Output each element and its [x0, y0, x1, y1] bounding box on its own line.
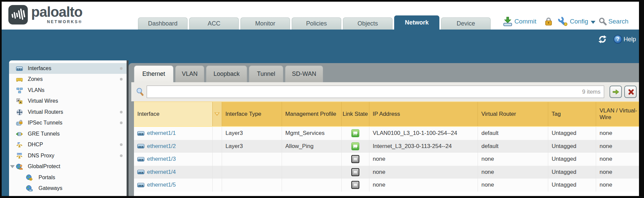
sidebar-item-label: GlobalProtect [28, 163, 60, 169]
cell-vlan-wire: none [596, 140, 639, 153]
cell-virtual-router: none [478, 153, 548, 166]
subtab-vlan[interactable]: VLAN [175, 65, 204, 82]
top-header: paloalto NETWORKS® Dashboard ACC Monitor… [0, 0, 644, 30]
clear-filter-button[interactable] [624, 86, 637, 98]
config-dropdown-caret[interactable] [591, 21, 595, 24]
header-actions: Commit Config [502, 15, 631, 28]
subtab-tunnel[interactable]: Tunnel [249, 65, 283, 82]
svg-text:DNS: DNS [17, 153, 22, 155]
search-button[interactable]: Search [608, 18, 628, 25]
interface-link[interactable]: ethernet1/5 [147, 182, 176, 188]
table-row: ethernet1/3 none none Untagged none [134, 153, 639, 166]
cell-tag: Untagged [548, 166, 596, 179]
link-state-up-icon [351, 129, 359, 137]
interface-subtabs: Ethernet VLAN Loopback Tunnel SD-WAN [134, 65, 323, 82]
sidebar-item-label: DNS Proxy [28, 153, 54, 159]
cell-tag: Untagged [548, 153, 596, 166]
cell-vlan-wire: none [596, 153, 639, 166]
help-link[interactable]: Help [624, 36, 636, 43]
item-options-dot[interactable] [120, 78, 123, 81]
table-row: ethernet1/5 none none Untagged none [134, 179, 639, 192]
column-sort-dropdown[interactable] [213, 102, 222, 126]
interface-link[interactable]: ethernet1/4 [147, 169, 176, 176]
link-state-down-icon [351, 168, 359, 176]
interface-link[interactable]: ethernet1/3 [147, 156, 176, 162]
subtab-sdwan[interactable]: SD-WAN [285, 65, 323, 82]
ethernet-port-icon [137, 157, 144, 161]
svg-text:IP: IP [17, 142, 20, 145]
column-header-ip-address[interactable]: IP Address [369, 102, 478, 126]
cell-interface-type: Layer3 [222, 127, 282, 140]
item-options-dot[interactable] [120, 67, 123, 70]
cell-virtual-router: none [478, 179, 548, 192]
brand-name: paloalto [31, 5, 82, 19]
interface-link[interactable]: ethernet1/1 [147, 130, 176, 137]
interfaces-icon [16, 66, 23, 71]
cell-interface-type [222, 166, 282, 179]
sidebar-item-gre-tunnels[interactable]: GRE Tunnels [9, 129, 127, 139]
network-sidebar: Interfaces Zones [9, 60, 129, 196]
main-nav-tabs: Dashboard ACC Monitor Policies Objects N… [138, 15, 491, 30]
filter-input[interactable]: 9 items [147, 86, 604, 98]
column-header-link-state[interactable]: Link State [342, 102, 369, 126]
cell-ip-address: none [369, 179, 478, 192]
screenshot-border [0, 0, 644, 2]
cell-ip-address: none [369, 153, 478, 166]
sidebar-item-ipsec-tunnels[interactable]: IPSec Tunnels [9, 117, 127, 128]
sidebar-item-globalprotect[interactable]: GlobalProtect [9, 161, 127, 172]
tab-acc[interactable]: ACC [189, 17, 239, 30]
sidebar-item-dhcp[interactable]: IP DHCP [9, 139, 127, 150]
tab-dashboard[interactable]: Dashboard [138, 17, 188, 30]
refresh-icon[interactable] [597, 35, 607, 44]
sidebar-item-virtual-wires[interactable]: Virtual Wires [9, 96, 127, 106]
expander-triangle-icon[interactable] [10, 165, 15, 168]
tab-objects[interactable]: Objects [343, 17, 392, 30]
subtab-loopback[interactable]: Loopback [206, 65, 247, 82]
sidebar-item-zones[interactable]: Zones [9, 74, 127, 85]
sidebar-item-gateways[interactable]: Gateways [9, 183, 127, 194]
search-icon[interactable] [599, 17, 607, 26]
tab-policies[interactable]: Policies [292, 17, 341, 30]
subtab-ethernet[interactable]: Ethernet [134, 65, 173, 82]
help-icon[interactable]: ? [614, 35, 622, 44]
column-header-interface[interactable]: Interface [134, 102, 213, 126]
cell-interface-type [222, 153, 282, 166]
lock-icon[interactable] [544, 17, 553, 26]
screenshot-border [639, 0, 644, 198]
column-header-management-profile[interactable]: Management Profile [282, 102, 342, 126]
item-options-dot[interactable] [120, 143, 123, 146]
column-header-vlan-wire[interactable]: VLAN / Virtual-Wire [596, 102, 639, 126]
item-options-dot[interactable] [120, 121, 123, 124]
tab-monitor[interactable]: Monitor [240, 17, 290, 30]
sidebar-item-label: GRE Tunnels [28, 131, 60, 137]
sidebar-item-virtual-routers[interactable]: Virtual Routers [9, 107, 127, 117]
item-options-dot[interactable] [120, 154, 123, 157]
item-options-dot[interactable] [120, 111, 123, 113]
apply-filter-button[interactable] [610, 86, 622, 98]
clear-x-icon [627, 89, 634, 95]
column-header-interface-type[interactable]: Interface Type [222, 102, 282, 126]
config-icon[interactable] [558, 16, 568, 27]
cell-virtual-router: default [478, 140, 548, 153]
gateways-icon [26, 185, 33, 192]
tab-network[interactable]: Network [394, 15, 439, 30]
interface-link[interactable]: ethernet1/2 [147, 143, 176, 150]
screenshot-border [0, 196, 644, 198]
pan-os-web-ui: paloalto NETWORKS® Dashboard ACC Monitor… [0, 0, 644, 198]
paloalto-logo-icon [8, 5, 28, 24]
config-button[interactable]: Config [570, 18, 588, 25]
sidebar-item-vlans[interactable]: VLANs [9, 85, 127, 96]
portals-icon [26, 175, 33, 181]
sidebar-item-interfaces[interactable]: Interfaces [9, 63, 127, 74]
tab-device[interactable]: Device [441, 17, 491, 30]
ipsec-tunnels-icon [16, 120, 23, 126]
column-header-virtual-router[interactable]: Virtual Router [478, 102, 548, 126]
commit-icon[interactable] [502, 16, 513, 27]
sidebar-item-dns-proxy[interactable]: DNS DNS Proxy [9, 150, 127, 161]
gre-tunnels-icon [16, 132, 23, 137]
column-header-tag[interactable]: Tag [548, 102, 596, 126]
commit-button[interactable]: Commit [514, 18, 536, 25]
sidebar-item-portals[interactable]: Portals [9, 172, 127, 183]
cell-ip-address: Internet_L3_203-0-113-254--24 [369, 140, 478, 153]
cell-virtual-router: none [478, 166, 548, 179]
